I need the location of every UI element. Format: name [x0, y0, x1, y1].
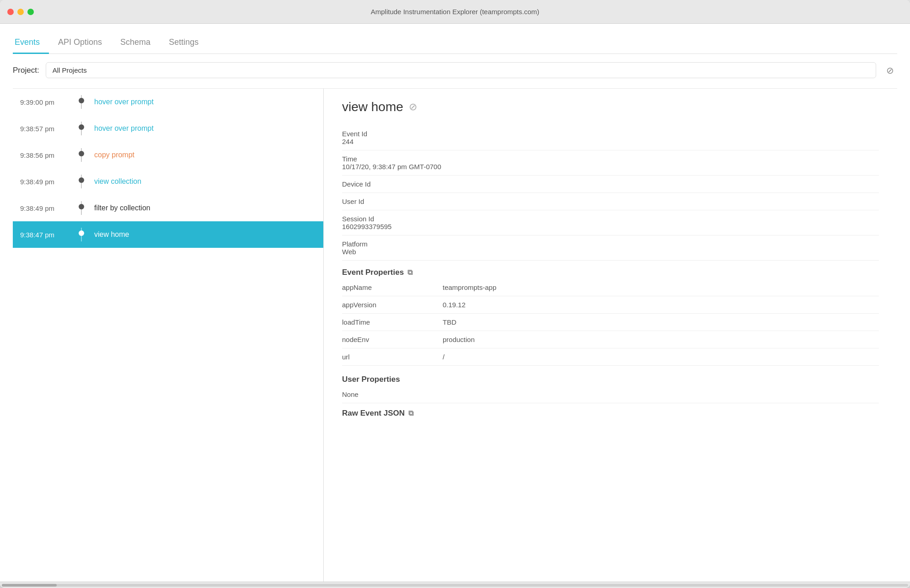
prop-key: nodeEnv	[342, 331, 443, 348]
event-time: 9:38:49 pm	[20, 178, 75, 186]
timeline-dot	[79, 230, 84, 236]
timeline-dot	[79, 151, 84, 156]
window-title: Amplitude Instrumentation Explorer (team…	[371, 8, 539, 16]
user-properties-value: None	[342, 390, 879, 398]
tab-events[interactable]: Events	[13, 33, 49, 54]
maximize-button[interactable]	[27, 9, 34, 15]
event-name: copy prompt	[94, 151, 134, 159]
timeline-area	[75, 228, 88, 241]
session-id-value: 1602993379595	[342, 223, 879, 230]
event-time: 9:38:47 pm	[20, 231, 75, 239]
timeline-area	[75, 122, 88, 135]
event-row[interactable]: 9:38:49 pm view collection	[13, 168, 323, 195]
timeline-area	[75, 95, 88, 109]
timeline-area	[75, 148, 88, 162]
timeline-dot	[79, 204, 84, 209]
platform-label: Platform	[342, 240, 879, 248]
copy-event-properties-icon[interactable]: ⧉	[407, 268, 412, 277]
scrollbar-thumb[interactable]	[2, 584, 57, 587]
table-row: url /	[342, 348, 879, 366]
table-row: nodeEnv production	[342, 331, 879, 348]
session-id-row: Session Id 1602993379595	[342, 210, 879, 235]
event-time: 9:38:56 pm	[20, 151, 75, 159]
timeline-area	[75, 175, 88, 188]
detail-title-row: view home ⊘	[342, 100, 879, 114]
prop-key: loadTime	[342, 314, 443, 331]
events-panel: 9:39:00 pm hover over prompt 9:38:57 pm …	[13, 89, 324, 582]
titlebar: Amplitude Instrumentation Explorer (team…	[0, 0, 910, 24]
project-input[interactable]	[46, 62, 876, 78]
table-row: appName teamprompts-app	[342, 279, 879, 296]
device-id-label: Device Id	[342, 180, 879, 188]
session-id-label: Session Id	[342, 215, 879, 223]
event-id-label: Event Id	[342, 130, 879, 138]
prop-key: appName	[342, 279, 443, 296]
table-row: loadTime TBD	[342, 314, 879, 331]
user-properties-label: User Properties	[342, 375, 400, 384]
event-name: view home	[94, 230, 129, 239]
prop-key: url	[342, 348, 443, 366]
timeline-dot	[79, 98, 84, 103]
event-name: hover over prompt	[94, 124, 154, 133]
event-properties-table: appName teamprompts-app appVersion 0.19.…	[342, 279, 879, 366]
raw-event-json-heading: Raw Event JSON ⧉	[342, 409, 879, 418]
user-id-row: User Id	[342, 193, 879, 210]
detail-panel: view home ⊘ Event Id 244 Time 10/17/20, …	[324, 89, 897, 582]
user-properties-heading: User Properties	[342, 375, 879, 384]
prop-key: appVersion	[342, 296, 443, 314]
main-split: 9:39:00 pm hover over prompt 9:38:57 pm …	[13, 88, 897, 582]
tab-schema[interactable]: Schema	[118, 33, 160, 54]
event-time: 9:38:57 pm	[20, 125, 75, 133]
tab-settings[interactable]: Settings	[167, 33, 208, 54]
event-properties-label: Event Properties	[342, 268, 404, 277]
event-time: 9:39:00 pm	[20, 98, 75, 106]
timeline-dot	[79, 177, 84, 183]
user-properties-row: None	[342, 386, 879, 403]
prop-value: production	[443, 331, 879, 348]
scrollbar-track	[2, 584, 908, 587]
event-name: filter by collection	[94, 204, 150, 212]
tabs-bar: Events API Options Schema Settings	[13, 24, 897, 54]
raw-event-json-label: Raw Event JSON	[342, 409, 405, 418]
prop-value: /	[443, 348, 879, 366]
event-id-row: Event Id 244	[342, 125, 879, 150]
detail-event-name: view home	[342, 100, 403, 114]
event-row[interactable]: 9:38:49 pm filter by collection	[13, 195, 323, 221]
time-label: Time	[342, 155, 879, 163]
timeline-dot	[79, 124, 84, 130]
project-label: Project:	[13, 66, 39, 75]
event-time: 9:38:49 pm	[20, 204, 75, 212]
project-row: Project: ⊘	[13, 62, 897, 78]
close-button[interactable]	[7, 9, 14, 15]
event-row[interactable]: 9:38:56 pm copy prompt	[13, 142, 323, 168]
view-icon: ⊘	[409, 101, 417, 113]
clear-project-button[interactable]: ⊘	[883, 63, 897, 78]
event-row-selected[interactable]: 9:38:47 pm view home	[13, 221, 323, 248]
minimize-button[interactable]	[17, 9, 24, 15]
prop-value: 0.19.12	[443, 296, 879, 314]
app-window: Amplitude Instrumentation Explorer (team…	[0, 0, 910, 588]
event-id-value: 244	[342, 138, 879, 145]
device-id-row: Device Id	[342, 176, 879, 193]
time-value: 10/17/20, 9:38:47 pm GMT-0700	[342, 163, 879, 171]
user-id-label: User Id	[342, 198, 879, 205]
event-row[interactable]: 9:38:57 pm hover over prompt	[13, 115, 323, 142]
prop-value: teamprompts-app	[443, 279, 879, 296]
table-row: appVersion 0.19.12	[342, 296, 879, 314]
timeline-area	[75, 201, 88, 215]
bottom-scrollbar	[0, 582, 910, 588]
tab-api-options[interactable]: API Options	[56, 33, 111, 54]
event-properties-heading: Event Properties ⧉	[342, 268, 879, 277]
event-row[interactable]: 9:39:00 pm hover over prompt	[13, 89, 323, 115]
traffic-lights	[7, 9, 34, 15]
platform-value: Web	[342, 248, 879, 256]
app-body: Events API Options Schema Settings Proje…	[0, 24, 910, 582]
time-row: Time 10/17/20, 9:38:47 pm GMT-0700	[342, 150, 879, 176]
copy-raw-json-icon[interactable]: ⧉	[408, 409, 413, 417]
event-name: hover over prompt	[94, 98, 154, 106]
platform-row: Platform Web	[342, 235, 879, 261]
event-name: view collection	[94, 177, 141, 186]
prop-value: TBD	[443, 314, 879, 331]
